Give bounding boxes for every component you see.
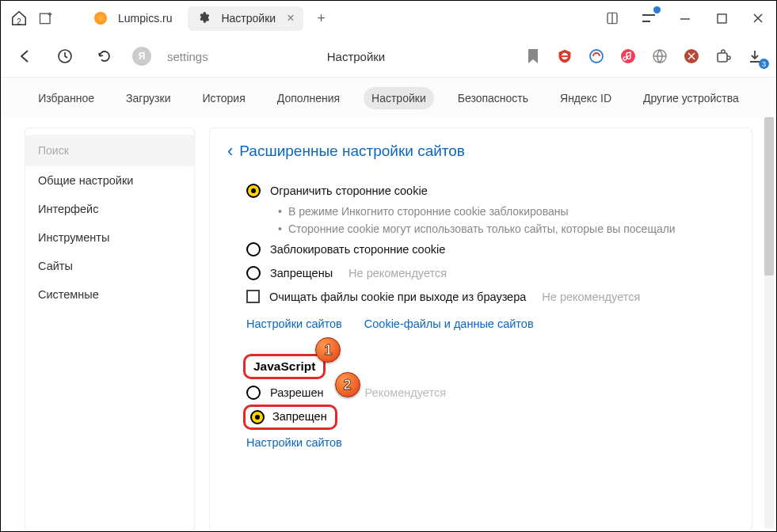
tab-lumpics[interactable]: Lumpics.ru — [85, 7, 181, 29]
subnav-yandexid[interactable]: Яндекс ID — [552, 87, 619, 109]
main-heading: Расширенные настройки сайтов — [239, 142, 465, 160]
svg-rect-5 — [562, 55, 568, 57]
gear-icon — [197, 11, 210, 26]
svg-rect-0 — [40, 13, 51, 24]
opt-label: Очищать файлы cookie при выходе из брауз… — [269, 291, 526, 303]
subnav-devices[interactable]: Другие устройства — [635, 87, 747, 109]
subnav-history[interactable]: История — [194, 87, 253, 109]
tab-settings[interactable]: Настройки × — [188, 6, 303, 31]
nav-bar: Я settings Настройки — [1, 36, 776, 77]
sidebar-item-sites[interactable]: Сайты — [25, 252, 194, 280]
minimize-button[interactable] — [673, 7, 697, 29]
globe-icon[interactable] — [651, 48, 668, 65]
opt-label: Запрещен — [272, 410, 327, 424]
settings-tabs: Избранное Загрузки История Дополнения На… — [1, 77, 776, 118]
content-area: Поиск Общие настройки Интерфейс Инструме… — [1, 118, 776, 531]
annotation-badge-over: 2 Рекомендуется — [340, 386, 446, 399]
sidebar-item-general[interactable]: Общие настройки — [25, 166, 194, 195]
tab-label: Lumpics.ru — [118, 12, 172, 25]
opt-hint: Не рекомендуется — [542, 291, 640, 303]
cookie-bullet-2: Сторонние cookie могут использовать толь… — [227, 220, 752, 238]
annotation-box-2: Запрещен — [243, 405, 337, 430]
sidebar-item-tools[interactable]: Инструменты — [25, 223, 194, 252]
subnav-settings[interactable]: Настройки — [364, 87, 434, 109]
opt-hint: Не рекомендуется — [349, 267, 447, 279]
reader-icon[interactable] — [600, 7, 624, 29]
radio-selected-icon — [246, 184, 261, 198]
menu-icon[interactable] — [637, 7, 661, 29]
extensions-icon[interactable] — [714, 48, 732, 65]
cookie-opt-deny[interactable]: Запрещены Не рекомендуется — [227, 261, 752, 285]
link-site-settings-js[interactable]: Настройки сайтов — [246, 436, 342, 449]
scrollbar[interactable] — [764, 117, 774, 529]
new-tab-button[interactable]: + — [310, 7, 332, 29]
svg-rect-10 — [718, 53, 727, 62]
home-badge: 2 — [17, 17, 21, 26]
settings-main: ‹ Расширенные настройки сайтов Ограничит… — [209, 127, 752, 531]
subnav-favorites[interactable]: Избранное — [30, 87, 102, 109]
js-links: Настройки сайтов — [227, 430, 752, 454]
annotation-box-1: JavaScript 1 — [243, 354, 326, 379]
opt-label: Ограничить сторонние cookie — [270, 184, 428, 197]
tools-ext-icon[interactable] — [683, 48, 700, 65]
url-text[interactable]: settings — [167, 50, 208, 63]
annotation-badge-1: 1 — [315, 337, 341, 363]
cookie-opt-block[interactable]: Заблокировать сторонние cookie — [227, 238, 752, 261]
bookmark-icon[interactable] — [524, 48, 542, 65]
opt-label: Заблокировать сторонние cookie — [270, 243, 445, 256]
js-heading: JavaScript — [253, 359, 315, 374]
sidebar-search-input[interactable]: Поиск — [25, 135, 194, 166]
back-heading-link[interactable]: ‹ Расширенные настройки сайтов — [227, 141, 752, 162]
cookie-opt-clear[interactable]: Очищать файлы cookie при выходе из брауз… — [227, 285, 752, 308]
sidebar-item-interface[interactable]: Интерфейс — [25, 195, 194, 223]
checkbox-icon — [246, 290, 260, 303]
shield-icon[interactable] — [53, 45, 77, 67]
back-button[interactable] — [13, 45, 37, 67]
tab-close-icon[interactable]: × — [287, 11, 294, 25]
js-opt-allow[interactable]: Разрешен 2 Рекомендуется — [227, 379, 752, 405]
tab-favicon-orange — [94, 12, 107, 25]
maximize-button[interactable] — [710, 7, 733, 29]
link-cookie-data[interactable]: Cookie-файлы и данные сайтов — [364, 317, 534, 330]
opt-label: Запрещены — [270, 267, 333, 279]
site-badge[interactable]: Я — [132, 47, 151, 66]
circle-ext-icon[interactable] — [588, 48, 605, 65]
reload-button[interactable] — [93, 45, 116, 67]
subnav-addons[interactable]: Дополнения — [269, 87, 348, 109]
subnav-downloads[interactable]: Загрузки — [118, 87, 178, 109]
radio-selected-icon — [250, 410, 265, 424]
svg-rect-2 — [718, 14, 726, 23]
ublock-icon[interactable] — [556, 48, 573, 65]
home-icon[interactable]: 2 — [7, 7, 31, 29]
opt-label: Разрешен — [270, 386, 324, 399]
svg-point-6 — [590, 50, 603, 63]
radio-icon — [246, 386, 261, 400]
annotation-badge-2: 2 — [335, 372, 360, 397]
page-title: Настройки — [327, 50, 386, 63]
sidebar-item-system[interactable]: Системные — [25, 280, 194, 309]
cookie-links: Настройки сайтов Cookie-файлы и данные с… — [227, 308, 752, 335]
close-window-button[interactable] — [746, 7, 770, 29]
tab-label: Настройки — [221, 12, 276, 25]
chevron-left-icon: ‹ — [227, 141, 233, 162]
cookie-opt-limit[interactable]: Ограничить сторонние cookie — [227, 179, 752, 203]
tab-strip: Lumpics.ru Настройки × + — [85, 6, 332, 31]
window-bar: 2 Lumpics.ru Настройки × + — [1, 1, 776, 36]
scrollbar-thumb[interactable] — [764, 117, 774, 276]
music-ext-icon[interactable] — [619, 48, 637, 65]
downloads-icon[interactable] — [746, 48, 764, 65]
link-site-settings[interactable]: Настройки сайтов — [246, 317, 342, 330]
subnav-security[interactable]: Безопасность — [450, 87, 536, 109]
radio-icon — [246, 242, 261, 256]
new-window-icon[interactable] — [34, 7, 58, 29]
cookie-bullet-1: В режиме Инкогнито сторонние cookie забл… — [227, 203, 752, 220]
settings-sidebar: Поиск Общие настройки Интерфейс Инструме… — [25, 127, 195, 531]
radio-icon — [246, 266, 261, 280]
